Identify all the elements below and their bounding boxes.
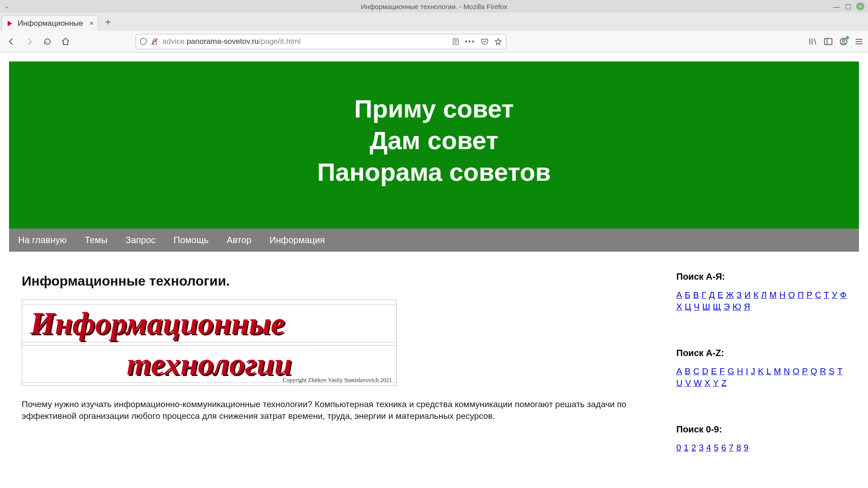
titlebar-menu-icon[interactable]: ⌄ (5, 3, 9, 9)
alpha-link[interactable]: Р (807, 290, 812, 300)
app-menu-icon[interactable] (854, 38, 863, 46)
alpha-link[interactable]: Е (717, 290, 723, 300)
alpha-link[interactable]: 2 (691, 443, 696, 453)
alpha-link[interactable]: Э (724, 302, 730, 312)
account-icon[interactable] (839, 37, 848, 46)
back-button[interactable] (5, 35, 18, 48)
alpha-link[interactable]: Ф (840, 290, 846, 300)
alpha-link[interactable]: С (815, 290, 821, 300)
alpha-link[interactable]: Ж (726, 290, 734, 300)
alpha-link[interactable]: 5 (714, 443, 719, 453)
reload-button[interactable] (41, 35, 54, 48)
alpha-link[interactable]: J (751, 366, 755, 376)
alpha-list-num: 0123456789 (676, 443, 847, 453)
alpha-link[interactable]: Z (722, 378, 727, 388)
alpha-link[interactable]: Ю (732, 302, 741, 312)
browser-tab[interactable]: Информационные × (2, 15, 99, 31)
alpha-link[interactable]: К (753, 290, 758, 300)
alpha-link[interactable]: Г (702, 290, 706, 300)
url-text: advice.panorama-sovetov.ru/page/it.html (162, 37, 301, 46)
alpha-link[interactable]: V (685, 378, 691, 388)
alpha-link[interactable]: K (758, 366, 764, 376)
page-actions-icon[interactable]: ••• (465, 38, 475, 46)
sidebar-title: Поиск А-Я: (676, 272, 847, 282)
page-viewport[interactable]: Приму совет Дам совет Панорама советов Н… (0, 52, 868, 488)
alpha-link[interactable]: I (746, 366, 748, 376)
alpha-link[interactable]: В (693, 290, 699, 300)
alpha-link[interactable]: Б (685, 290, 690, 300)
alpha-link[interactable]: И (745, 290, 751, 300)
alpha-link[interactable]: Я (744, 302, 750, 312)
alpha-link[interactable]: 7 (729, 443, 734, 453)
save-pocket-icon[interactable] (481, 38, 489, 45)
alpha-link[interactable]: М (769, 290, 777, 300)
alpha-link[interactable]: 4 (706, 443, 711, 453)
alpha-link[interactable]: M (774, 366, 781, 376)
window-close-button[interactable]: × (856, 2, 864, 10)
alpha-link[interactable]: D (702, 366, 708, 376)
article-heading: Информационные технологии. (22, 273, 640, 289)
alpha-link[interactable]: R (820, 366, 826, 376)
alpha-link[interactable]: G (727, 366, 734, 376)
alpha-link[interactable]: Ш (702, 302, 710, 312)
menu-item[interactable]: На главную (18, 235, 66, 245)
menu-item[interactable]: Темы (85, 235, 107, 245)
insecure-lock-icon[interactable] (151, 38, 159, 46)
menu-item[interactable]: Автор (226, 235, 251, 245)
alpha-link[interactable]: У (832, 290, 837, 300)
alpha-link[interactable]: П (797, 290, 804, 300)
alpha-link[interactable]: Y (713, 378, 719, 388)
alpha-link[interactable]: O (793, 366, 799, 376)
alpha-link[interactable]: Д (709, 290, 715, 300)
tracking-shield-icon[interactable] (140, 38, 147, 46)
alpha-link[interactable]: Т (824, 290, 829, 300)
alpha-link[interactable]: З (736, 290, 741, 300)
alpha-link[interactable]: S (829, 366, 835, 376)
alpha-link[interactable]: Ч (694, 302, 700, 312)
alpha-link[interactable]: Х (676, 302, 682, 312)
alpha-link[interactable]: X (704, 378, 710, 388)
library-icon[interactable] (808, 37, 817, 46)
alpha-link[interactable]: C (693, 366, 699, 376)
alpha-link[interactable]: P (802, 366, 808, 376)
banner-line-2: технологии (127, 347, 292, 381)
menu-item[interactable]: Запрос (126, 235, 156, 245)
alpha-link[interactable]: B (685, 366, 691, 376)
article-main: Информационные технологии. Информационны… (9, 261, 653, 434)
alpha-link[interactable]: О (788, 290, 795, 300)
home-button[interactable] (59, 35, 72, 48)
alpha-link[interactable]: Щ (713, 302, 721, 312)
url-bar[interactable]: advice.panorama-sovetov.ru/page/it.html … (136, 34, 506, 49)
alpha-link[interactable]: E (711, 366, 717, 376)
alpha-link[interactable]: 9 (744, 443, 749, 453)
menu-item[interactable]: Информация (269, 235, 325, 245)
window-maximize-button[interactable]: ▢ (844, 3, 852, 10)
alpha-link[interactable]: U (676, 378, 683, 388)
svg-line-8 (814, 38, 816, 44)
reader-mode-icon[interactable] (452, 38, 459, 45)
sidebar-toggle-icon[interactable] (824, 38, 833, 46)
alpha-link[interactable]: A (676, 366, 682, 376)
bookmark-star-icon[interactable] (494, 38, 502, 46)
alpha-link[interactable]: Ц (685, 302, 691, 312)
alpha-link[interactable]: 1 (684, 443, 689, 453)
alpha-link[interactable]: А (676, 290, 682, 300)
alpha-link[interactable]: Н (779, 290, 786, 300)
alpha-link[interactable]: 8 (736, 443, 741, 453)
alpha-link[interactable]: 6 (721, 443, 726, 453)
tab-close-button[interactable]: × (90, 19, 94, 28)
alpha-link[interactable]: H (737, 366, 743, 376)
menu-item[interactable]: Помощь (174, 235, 208, 245)
alpha-link[interactable]: Л (761, 290, 766, 300)
forward-button[interactable] (23, 35, 36, 48)
alpha-link[interactable]: 0 (676, 443, 681, 453)
new-tab-button[interactable]: ＋ (103, 15, 113, 28)
alpha-link[interactable]: 3 (699, 443, 704, 453)
alpha-link[interactable]: T (837, 366, 843, 376)
alpha-link[interactable]: F (720, 366, 725, 376)
alpha-link[interactable]: N (784, 366, 790, 376)
alpha-link[interactable]: Q (811, 366, 817, 376)
window-minimize-button[interactable]: — (833, 3, 840, 10)
alpha-link[interactable]: L (766, 366, 771, 376)
alpha-link[interactable]: W (693, 378, 702, 388)
